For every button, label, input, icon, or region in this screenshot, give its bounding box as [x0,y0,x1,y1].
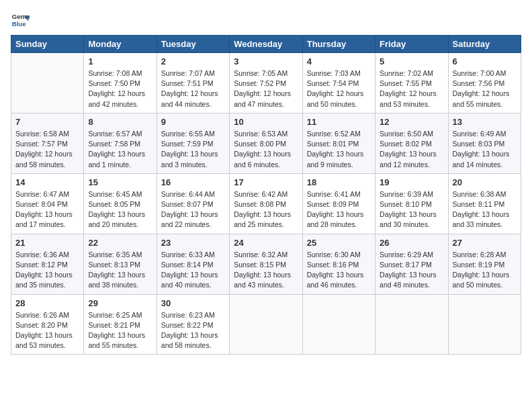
day-number: 25 [307,238,371,248]
day-number: 7 [15,117,79,127]
day-info: Sunrise: 6:38 AM Sunset: 8:11 PM Dayligh… [453,189,517,230]
calendar-cell: 19Sunrise: 6:39 AM Sunset: 8:10 PM Dayli… [375,173,448,234]
day-info: Sunrise: 6:57 AM Sunset: 7:58 PM Dayligh… [88,129,152,170]
day-info: Sunrise: 6:53 AM Sunset: 8:00 PM Dayligh… [234,129,298,170]
calendar-week-5: 28Sunrise: 6:26 AM Sunset: 8:20 PM Dayli… [11,294,521,355]
calendar-cell: 25Sunrise: 6:30 AM Sunset: 8:16 PM Dayli… [302,234,375,294]
calendar-week-1: 1Sunrise: 7:08 AM Sunset: 7:50 PM Daylig… [11,53,521,113]
calendar-cell: 8Sunrise: 6:57 AM Sunset: 7:58 PM Daylig… [84,113,157,173]
day-number: 19 [380,177,443,187]
day-number: 21 [15,238,79,248]
weekday-friday: Friday [375,36,448,53]
day-number: 6 [453,56,517,66]
svg-text:Blue: Blue [12,20,26,28]
day-number: 13 [453,117,517,127]
day-number: 18 [307,177,371,187]
day-number: 22 [88,238,152,248]
calendar-cell: 20Sunrise: 6:38 AM Sunset: 8:11 PM Dayli… [448,173,521,234]
calendar-week-2: 7Sunrise: 6:58 AM Sunset: 7:57 PM Daylig… [11,113,521,173]
day-info: Sunrise: 6:30 AM Sunset: 8:16 PM Dayligh… [307,250,371,291]
calendar-body: 1Sunrise: 7:08 AM Sunset: 7:50 PM Daylig… [11,53,521,355]
calendar-cell: 14Sunrise: 6:47 AM Sunset: 8:04 PM Dayli… [11,173,84,234]
day-info: Sunrise: 6:29 AM Sunset: 8:17 PM Dayligh… [380,250,443,291]
day-number: 30 [161,298,225,308]
day-info: Sunrise: 7:00 AM Sunset: 7:56 PM Dayligh… [453,68,517,109]
weekday-wednesday: Wednesday [230,36,302,53]
day-info: Sunrise: 6:39 AM Sunset: 8:10 PM Dayligh… [380,189,443,230]
day-info: Sunrise: 6:47 AM Sunset: 8:04 PM Dayligh… [15,189,79,230]
logo-icon: General Blue [11,11,30,30]
day-info: Sunrise: 6:41 AM Sunset: 8:09 PM Dayligh… [307,189,371,230]
day-number: 15 [88,177,152,187]
day-info: Sunrise: 6:45 AM Sunset: 8:05 PM Dayligh… [88,189,152,230]
calendar-cell: 21Sunrise: 6:36 AM Sunset: 8:12 PM Dayli… [11,234,84,294]
day-info: Sunrise: 7:05 AM Sunset: 7:52 PM Dayligh… [234,68,298,109]
calendar-cell: 3Sunrise: 7:05 AM Sunset: 7:52 PM Daylig… [230,53,302,113]
calendar-cell: 17Sunrise: 6:42 AM Sunset: 8:08 PM Dayli… [230,173,302,234]
day-number: 5 [380,56,443,66]
day-info: Sunrise: 7:03 AM Sunset: 7:54 PM Dayligh… [307,68,371,109]
day-number: 20 [453,177,517,187]
calendar-cell: 22Sunrise: 6:35 AM Sunset: 8:13 PM Dayli… [84,234,157,294]
calendar-cell: 18Sunrise: 6:41 AM Sunset: 8:09 PM Dayli… [302,173,375,234]
calendar-cell: 28Sunrise: 6:26 AM Sunset: 8:20 PM Dayli… [11,294,84,355]
calendar-cell: 10Sunrise: 6:53 AM Sunset: 8:00 PM Dayli… [230,113,302,173]
weekday-header-row: SundayMondayTuesdayWednesdayThursdayFrid… [11,36,521,53]
day-info: Sunrise: 7:08 AM Sunset: 7:50 PM Dayligh… [88,68,152,109]
day-number: 14 [15,177,79,187]
weekday-tuesday: Tuesday [157,36,229,53]
calendar-cell: 11Sunrise: 6:52 AM Sunset: 8:01 PM Dayli… [302,113,375,173]
calendar-cell: 6Sunrise: 7:00 AM Sunset: 7:56 PM Daylig… [448,53,521,113]
calendar-table: SundayMondayTuesdayWednesdayThursdayFrid… [11,35,521,355]
calendar-cell: 9Sunrise: 6:55 AM Sunset: 7:59 PM Daylig… [157,113,229,173]
day-info: Sunrise: 6:55 AM Sunset: 7:59 PM Dayligh… [161,129,225,170]
day-number: 4 [307,56,371,66]
day-number: 16 [161,177,225,187]
logo: General Blue [11,11,30,30]
day-info: Sunrise: 7:02 AM Sunset: 7:55 PM Dayligh… [380,68,443,109]
weekday-sunday: Sunday [11,36,84,53]
calendar-cell [302,294,375,355]
calendar-cell: 2Sunrise: 7:07 AM Sunset: 7:51 PM Daylig… [157,53,229,113]
day-number: 1 [88,56,152,66]
page-header: General Blue [11,11,521,30]
calendar-cell [11,53,84,113]
day-info: Sunrise: 6:50 AM Sunset: 8:02 PM Dayligh… [380,129,443,170]
day-number: 29 [88,298,152,308]
calendar-cell [230,294,302,355]
calendar-cell [375,294,448,355]
calendar-cell: 15Sunrise: 6:45 AM Sunset: 8:05 PM Dayli… [84,173,157,234]
day-info: Sunrise: 6:33 AM Sunset: 8:14 PM Dayligh… [161,250,225,291]
calendar-cell [448,294,521,355]
calendar-cell: 4Sunrise: 7:03 AM Sunset: 7:54 PM Daylig… [302,53,375,113]
day-number: 26 [380,238,443,248]
calendar-week-4: 21Sunrise: 6:36 AM Sunset: 8:12 PM Dayli… [11,234,521,294]
day-info: Sunrise: 6:52 AM Sunset: 8:01 PM Dayligh… [307,129,371,170]
day-number: 2 [161,56,225,66]
day-info: Sunrise: 6:36 AM Sunset: 8:12 PM Dayligh… [15,250,79,291]
day-number: 17 [234,177,298,187]
day-info: Sunrise: 6:32 AM Sunset: 8:15 PM Dayligh… [234,250,298,291]
calendar-cell: 5Sunrise: 7:02 AM Sunset: 7:55 PM Daylig… [375,53,448,113]
weekday-monday: Monday [84,36,157,53]
day-info: Sunrise: 6:23 AM Sunset: 8:22 PM Dayligh… [161,310,225,351]
day-number: 3 [234,56,298,66]
calendar-cell: 26Sunrise: 6:29 AM Sunset: 8:17 PM Dayli… [375,234,448,294]
day-number: 24 [234,238,298,248]
day-number: 27 [453,238,517,248]
calendar-cell: 1Sunrise: 7:08 AM Sunset: 7:50 PM Daylig… [84,53,157,113]
calendar-cell: 24Sunrise: 6:32 AM Sunset: 8:15 PM Dayli… [230,234,302,294]
day-number: 23 [161,238,225,248]
weekday-saturday: Saturday [448,36,521,53]
calendar-cell: 30Sunrise: 6:23 AM Sunset: 8:22 PM Dayli… [157,294,229,355]
day-info: Sunrise: 6:28 AM Sunset: 8:19 PM Dayligh… [453,250,517,291]
day-info: Sunrise: 6:42 AM Sunset: 8:08 PM Dayligh… [234,189,298,230]
calendar-cell: 16Sunrise: 6:44 AM Sunset: 8:07 PM Dayli… [157,173,229,234]
calendar-cell: 23Sunrise: 6:33 AM Sunset: 8:14 PM Dayli… [157,234,229,294]
calendar-cell: 13Sunrise: 6:49 AM Sunset: 8:03 PM Dayli… [448,113,521,173]
calendar-cell: 29Sunrise: 6:25 AM Sunset: 8:21 PM Dayli… [84,294,157,355]
day-number: 8 [88,117,152,127]
day-number: 9 [161,117,225,127]
day-info: Sunrise: 6:25 AM Sunset: 8:21 PM Dayligh… [88,310,152,351]
calendar-week-3: 14Sunrise: 6:47 AM Sunset: 8:04 PM Dayli… [11,173,521,234]
